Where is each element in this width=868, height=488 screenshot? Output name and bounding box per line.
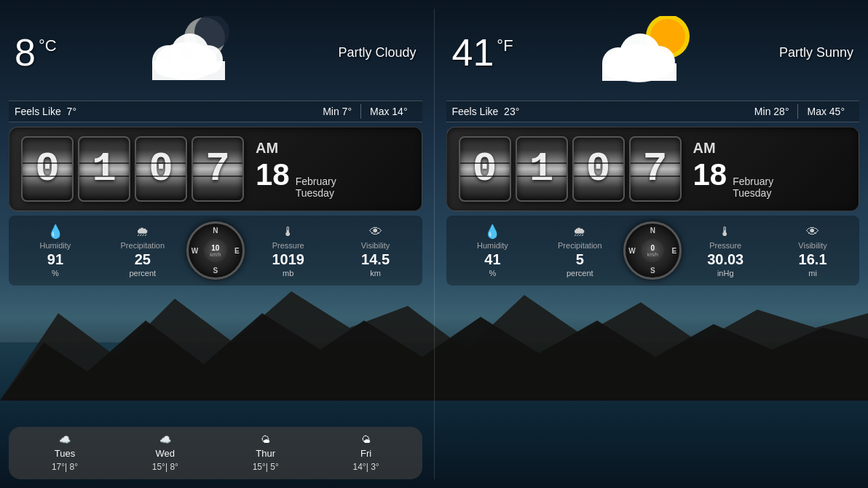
pressure-icon: 🌡: [282, 224, 295, 240]
left-feels-label: Feels Like: [15, 106, 61, 117]
panel-left: 8 °C Partly Cloudy: [9, 9, 422, 479]
right-humidity: 💧 Humidity 41 %: [449, 224, 537, 278]
left-hour1: 0: [21, 136, 74, 202]
right-precip-unit: percent: [567, 269, 593, 278]
right-humidity-value: 41: [484, 251, 500, 267]
left-precipitation: 🌧 Precipitation 25 percent: [99, 224, 186, 278]
left-pressure: 🌡 Pressure 1019 mb: [245, 224, 332, 278]
forecast-fri-icon: 🌤: [361, 434, 371, 445]
left-ampm: AM: [256, 140, 410, 157]
compass-s: S: [213, 267, 218, 275]
left-date-row: 18 February Tuesday: [256, 160, 410, 199]
left-hour2: 1: [78, 136, 130, 202]
left-feels-like: Feels Like 7°: [15, 106, 314, 117]
left-clock-digits: 0 1 0 7: [21, 136, 244, 202]
right-humidity-icon: 💧: [484, 224, 500, 240]
svg-rect-8: [152, 61, 225, 80]
left-stats: 💧 Humidity 91 % 🌧 Precipitation 25 perce…: [9, 216, 422, 286]
right-precip-icon: 🌧: [573, 224, 586, 240]
right-spacer: [446, 290, 860, 479]
forecast-wed: ☁️ Wed 15°| 8°: [118, 434, 213, 472]
right-stats: 💧 Humidity 41 % 🌧 Precipitation 5 percen…: [446, 216, 860, 286]
right-minmax: Min 28° Max 45°: [746, 104, 853, 119]
forecast-thur-temps: 15°| 5°: [253, 462, 279, 472]
left-pressure-value: 1019: [272, 251, 304, 267]
right-hour1: 0: [459, 136, 511, 202]
left-clock-info: AM 18 February Tuesday: [256, 140, 410, 199]
right-feels-like: Feels Like 23°: [452, 106, 746, 117]
forecast-wed-label: Wed: [156, 448, 175, 459]
left-weekday: Tuesday: [296, 187, 336, 199]
forecast-thur: 🌤 Thur 15°| 5°: [218, 434, 313, 472]
right-weekday: Tuesday: [733, 187, 773, 199]
right-min1: 0: [572, 136, 625, 202]
left-weather-svg: [139, 16, 256, 89]
left-pressure-unit: mb: [283, 269, 293, 278]
left-vis-value: 14.5: [361, 251, 390, 267]
left-vis-label: Visibility: [361, 241, 390, 250]
left-max: Max 14°: [361, 104, 417, 119]
right-vis-unit: mi: [808, 269, 817, 278]
left-clock: 0 1 0 7 AM 18 February Tuesday: [9, 127, 422, 211]
left-month: February: [296, 176, 336, 187]
right-compass-e: E: [672, 247, 677, 255]
right-compass: N S W E 0 km/h: [623, 221, 682, 280]
humidity-icon: 💧: [47, 224, 63, 240]
left-date-details: February Tuesday: [296, 176, 336, 199]
forecast-fri-label: Fri: [360, 448, 371, 459]
precipitation-icon: 🌧: [136, 224, 149, 240]
left-feels-val: 7°: [67, 106, 76, 117]
forecast-tues: ☁️ Tues 17°| 8°: [17, 434, 112, 472]
right-temp-value: 41: [452, 31, 494, 74]
left-compass: N S W E 10 km/h: [186, 221, 245, 280]
left-humidity: 💧 Humidity 91 %: [12, 224, 99, 278]
forecast-wed-icon: ☁️: [159, 434, 171, 445]
right-precip-value: 5: [576, 251, 584, 267]
right-weather-icon: [588, 16, 704, 89]
left-wind-unit: km/h: [210, 252, 221, 257]
right-clock-info: AM 18 February Tuesday: [693, 140, 848, 199]
forecast-thur-icon: 🌤: [261, 434, 270, 445]
right-min2: 7: [629, 136, 682, 202]
left-humidity-value: 91: [47, 251, 63, 267]
right-temperature: 41 °F: [452, 31, 513, 74]
left-condition: Partly Cloudy: [338, 45, 416, 60]
left-wind-speed: 10: [211, 245, 219, 252]
forecast-fri: 🌤 Fri 14°| 3°: [319, 434, 414, 472]
main-container: 8 °C Partly Cloudy: [0, 0, 868, 488]
compass-w: W: [192, 247, 198, 255]
left-compass-outer: N S W E 10 km/h: [186, 221, 245, 280]
compass-e: E: [234, 247, 240, 255]
compass-n: N: [213, 227, 218, 235]
right-compass-s: S: [650, 267, 655, 275]
left-wind-center: 10 km/h: [204, 239, 227, 262]
left-visibility: 👁 Visibility 14.5 km: [332, 224, 419, 278]
right-pressure-icon: 🌡: [719, 224, 732, 240]
right-pressure-unit: inHg: [717, 269, 734, 278]
left-forecast: ☁️ Tues 17°| 8° ☁️ Wed 15°| 8° 🌤 Thur 15…: [9, 427, 422, 479]
right-weather-top: 41 °F Partly Sunny: [446, 9, 860, 96]
right-weather-svg: [588, 16, 704, 89]
left-min1: 0: [135, 136, 187, 202]
right-vis-label: Visibility: [798, 241, 827, 250]
right-ampm: AM: [693, 140, 848, 157]
forecast-tues-day: ☁️: [59, 434, 71, 445]
left-minmax: Min 7° Max 14°: [314, 104, 416, 119]
right-compass-outer: N S W E 0 km/h: [623, 221, 682, 280]
right-month: February: [733, 176, 773, 187]
right-humidity-unit: %: [489, 269, 497, 278]
visibility-icon: 👁: [369, 224, 382, 240]
left-weather-top: 8 °C Partly Cloudy: [9, 9, 422, 96]
left-pressure-label: Pressure: [272, 241, 304, 250]
right-date-num: 18: [693, 160, 727, 190]
left-weather-icon: [139, 16, 256, 89]
right-date-row: 18 February Tuesday: [693, 160, 848, 199]
left-temp-unit: °C: [39, 36, 57, 55]
forecast-thur-label: Thur: [256, 448, 275, 459]
right-max: Max 45°: [798, 104, 853, 119]
left-feels-bar: Feels Like 7° Min 7° Max 14°: [9, 101, 422, 122]
right-min: Min 28°: [746, 104, 799, 119]
right-wind-speed: 0: [650, 245, 655, 252]
left-precip-value: 25: [135, 251, 151, 267]
left-precip-label: Precipitation: [121, 241, 165, 250]
